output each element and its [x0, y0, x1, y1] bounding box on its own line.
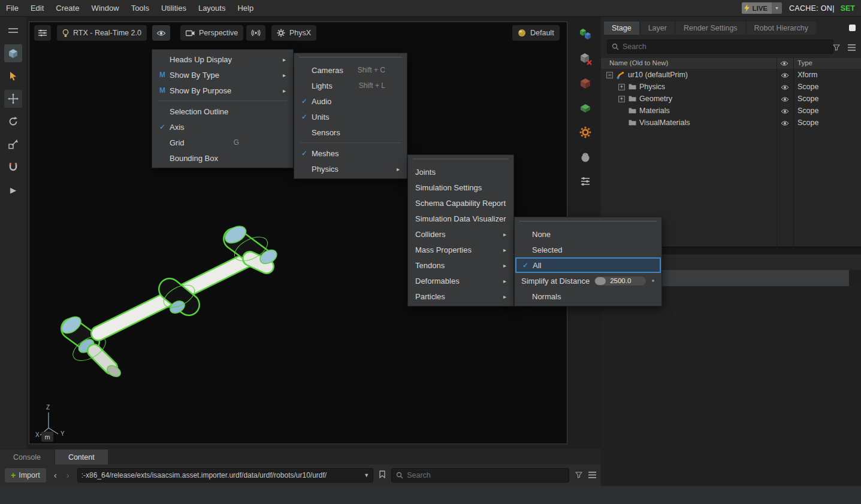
menu-item-particles[interactable]: Particles ▸: [408, 289, 513, 304]
expand-icon[interactable]: +: [618, 96, 625, 102]
delete-cube-icon[interactable]: [575, 48, 596, 69]
menu-item-heads-up-display[interactable]: Heads Up Display ▸: [152, 51, 293, 67]
path-field[interactable]: ▼: [77, 468, 374, 482]
visibility-eye-icon[interactable]: [781, 96, 789, 104]
audio-button[interactable]: [246, 25, 265, 41]
menu-item-axis[interactable]: ✓ Axis: [152, 119, 293, 135]
menu-item-selection-outline[interactable]: Selection Outline: [152, 104, 293, 119]
visibility-eye-icon[interactable]: [781, 84, 789, 92]
import-button[interactable]: + Import: [5, 468, 46, 482]
collapse-icon[interactable]: −: [606, 72, 613, 78]
menu-item-meshes[interactable]: ✓ Meshes: [294, 145, 407, 161]
visibility-menu-button[interactable]: [152, 25, 170, 41]
mass-weight-icon[interactable]: [575, 147, 596, 167]
camera-menu-button[interactable]: Perspective: [180, 25, 243, 41]
menu-item-normals[interactable]: Normals: [515, 289, 661, 304]
back-button[interactable]: ‹: [52, 468, 59, 482]
filter-icon[interactable]: [833, 42, 840, 53]
stage-row-physics[interactable]: + Physics Scope: [601, 81, 861, 93]
menu-item-colliders-none[interactable]: None: [515, 226, 661, 242]
menu-item-simplify-at-distance[interactable]: Simplify at Distance 2500.0: [515, 273, 661, 289]
rigid-body-cube-icon[interactable]: [575, 73, 596, 93]
live-sync-button[interactable]: LIVE: [742, 2, 772, 14]
renderer-button[interactable]: RTX - Real-Time 2.0: [57, 25, 147, 41]
menu-item-physics[interactable]: Physics ▸: [294, 161, 407, 177]
menu-item-mass-properties[interactable]: Mass Properties ▸: [408, 242, 513, 257]
type-column-header[interactable]: Type: [797, 59, 812, 66]
visibility-column-eye-icon[interactable]: [780, 60, 789, 68]
stage-row-visualmaterials[interactable]: VisualMaterials Scope: [601, 117, 861, 129]
stage-search-box[interactable]: [607, 40, 833, 54]
content-search-input[interactable]: [407, 471, 564, 479]
viewport-settings-button[interactable]: [34, 25, 51, 41]
menu-item-tendons[interactable]: Tendons ▸: [408, 257, 513, 273]
menu-item-colliders-selected[interactable]: Selected: [515, 242, 661, 257]
list-options-icon[interactable]: [848, 42, 856, 53]
menu-item-audio[interactable]: ✓ Audio: [294, 93, 407, 109]
menu-create[interactable]: Create: [50, 0, 85, 17]
tab-console[interactable]: Console: [0, 450, 54, 464]
reset-value-dot[interactable]: [652, 280, 654, 282]
cursor-select-icon[interactable]: [4, 67, 22, 85]
content-filter-icon[interactable]: [575, 470, 582, 481]
stage-row-ur10[interactable]: − ur10 (defaultPrim) Xform: [601, 69, 861, 81]
physx-button[interactable]: PhysX: [271, 25, 316, 41]
menu-help[interactable]: Help: [231, 0, 259, 17]
visibility-eye-icon[interactable]: [781, 72, 789, 80]
menu-item-sensors[interactable]: Sensors: [294, 125, 407, 140]
select-mode-cube-icon[interactable]: [4, 44, 22, 62]
menu-item-cameras[interactable]: Cameras Shift + C: [294, 62, 407, 78]
panel-options-icon[interactable]: [849, 25, 856, 31]
stage-row-materials[interactable]: Materials Scope: [601, 105, 861, 117]
path-dropdown-icon[interactable]: ▼: [364, 472, 369, 478]
physics-inspector-sliders-icon[interactable]: [575, 171, 596, 192]
move-tool-icon[interactable]: [4, 90, 22, 108]
slider-knob[interactable]: [595, 277, 606, 285]
menu-item-simulation-settings[interactable]: Simulation Settings: [408, 180, 513, 195]
menu-item-simulation-data-visualizer[interactable]: Simulation Data Visualizer: [408, 211, 513, 226]
menu-window[interactable]: Window: [85, 0, 125, 17]
menu-file[interactable]: File: [0, 0, 25, 17]
name-column-header[interactable]: Name (Old to New): [609, 59, 668, 66]
scale-tool-icon[interactable]: [4, 135, 22, 153]
snap-tool-icon[interactable]: [4, 158, 22, 176]
tab-stage[interactable]: Stage: [604, 22, 639, 35]
rotate-tool-icon[interactable]: [4, 113, 22, 130]
menu-item-bounding-box[interactable]: Bounding Box: [152, 150, 293, 166]
menu-item-lights[interactable]: Lights Shift + L: [294, 78, 407, 93]
stage-row-geometry[interactable]: + Geometry Scope: [601, 93, 861, 105]
stage-search-input[interactable]: [623, 42, 829, 51]
menu-item-joints[interactable]: Joints: [408, 164, 513, 180]
play-button[interactable]: ▶: [4, 181, 22, 199]
content-search-box[interactable]: [391, 468, 569, 482]
tab-content[interactable]: Content: [55, 450, 108, 464]
menu-item-colliders-all[interactable]: ✓ All: [515, 257, 661, 273]
menu-item-grid[interactable]: Grid G: [152, 135, 293, 150]
menu-layouts[interactable]: Layouts: [192, 0, 232, 17]
content-list-options-icon[interactable]: [588, 470, 596, 481]
visibility-eye-icon[interactable]: [781, 120, 789, 128]
menu-item-units[interactable]: ✓ Units: [294, 109, 407, 125]
tab-render-settings[interactable]: Render Settings: [676, 22, 745, 35]
menu-edit[interactable]: Edit: [25, 0, 50, 17]
simplify-distance-slider[interactable]: 2500.0: [594, 277, 646, 286]
tab-robot-hierarchy[interactable]: Robot Hierarchy: [747, 22, 816, 35]
menu-item-show-by-purpose[interactable]: M Show By Purpose ▸: [152, 83, 293, 98]
menu-item-show-by-type[interactable]: M Show By Type ▸: [152, 67, 293, 83]
menu-item-schema-capability-report[interactable]: Schema Capability Report: [408, 195, 513, 211]
menu-item-deformables[interactable]: Deformables ▸: [408, 273, 513, 289]
toolbar-grip-icon[interactable]: [4, 22, 22, 40]
forward-button[interactable]: ›: [65, 468, 71, 482]
physics-settings-gear-icon[interactable]: [575, 122, 596, 142]
tab-layer[interactable]: Layer: [641, 22, 675, 35]
lighting-menu-button[interactable]: Default: [512, 25, 560, 41]
bookmark-icon[interactable]: [379, 470, 385, 481]
live-dropdown-button[interactable]: ▾: [772, 2, 782, 14]
menu-tools[interactable]: Tools: [125, 0, 155, 17]
visibility-eye-icon[interactable]: [781, 108, 789, 116]
menu-item-colliders[interactable]: Colliders ▸: [408, 226, 513, 242]
stage-cubes-icon[interactable]: [575, 24, 596, 44]
path-input[interactable]: [81, 471, 361, 479]
set-button[interactable]: SET: [841, 4, 855, 13]
menu-utilities[interactable]: Utilities: [155, 0, 192, 17]
